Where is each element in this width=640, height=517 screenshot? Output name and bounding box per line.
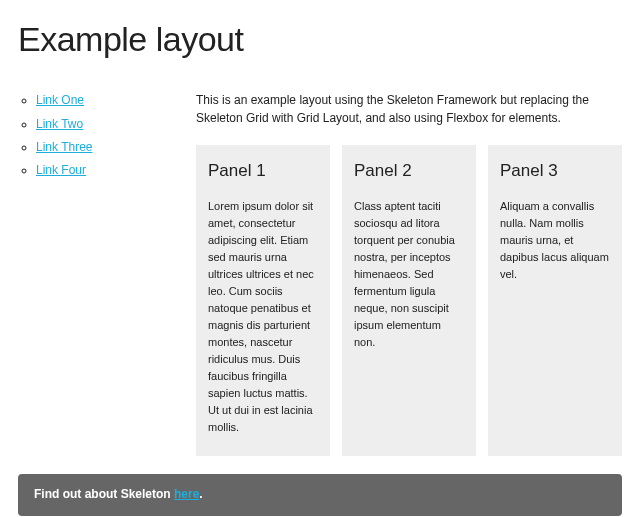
list-item: Link Four (36, 162, 168, 179)
panel-body: Lorem ipsum dolor sit amet, consectetur … (208, 198, 318, 437)
list-item: Link Two (36, 116, 168, 133)
panel-heading: Panel 1 (208, 159, 318, 184)
panel-3: Panel 3 Aliquam a convallis nulla. Nam m… (488, 145, 622, 456)
panel-2: Panel 2 Class aptent taciti sociosqu ad … (342, 145, 476, 456)
page-title: Example layout (18, 15, 622, 64)
panel-heading: Panel 2 (354, 159, 464, 184)
panel-1: Panel 1 Lorem ipsum dolor sit amet, cons… (196, 145, 330, 456)
main-content: This is an example layout using the Skel… (196, 92, 622, 456)
panels-row: Panel 1 Lorem ipsum dolor sit amet, cons… (196, 145, 622, 456)
sidebar-link-four[interactable]: Link Four (36, 163, 86, 177)
footer-link[interactable]: here (174, 487, 199, 501)
panel-body: Aliquam a convallis nulla. Nam mollis ma… (500, 198, 610, 283)
sidebar-nav: Link One Link Two Link Three Link Four (18, 92, 168, 186)
list-item: Link Three (36, 139, 168, 156)
intro-text: This is an example layout using the Skel… (196, 92, 622, 127)
footer-suffix: . (199, 487, 202, 501)
footer-callout: Find out about Skeleton here. (18, 474, 622, 515)
list-item: Link One (36, 92, 168, 109)
sidebar-link-one[interactable]: Link One (36, 93, 84, 107)
layout-container: Link One Link Two Link Three Link Four T… (18, 92, 622, 456)
panel-body: Class aptent taciti sociosqu ad litora t… (354, 198, 464, 351)
sidebar-link-three[interactable]: Link Three (36, 140, 92, 154)
sidebar-list: Link One Link Two Link Three Link Four (18, 92, 168, 180)
panel-heading: Panel 3 (500, 159, 610, 184)
footer-prefix: Find out about Skeleton (34, 487, 174, 501)
sidebar-link-two[interactable]: Link Two (36, 117, 83, 131)
